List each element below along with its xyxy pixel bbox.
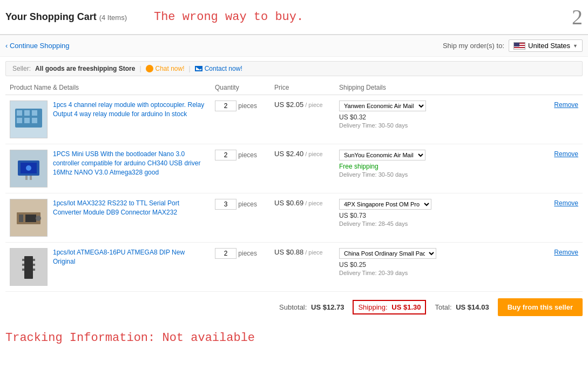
subtotal-value: US $12.73: [311, 303, 344, 311]
product-name-link[interactable]: 1pcs 4 channel relay module with optocou…: [53, 101, 206, 119]
shipping-total-area: Shipping: US $1.30: [353, 300, 426, 314]
quantity-input[interactable]: [215, 199, 236, 210]
pieces-label: pieces: [236, 250, 257, 257]
page-title: Your Shopping Cart (4 Items): [5, 11, 127, 23]
remove-button[interactable]: Remove: [554, 249, 578, 256]
table-row: 1PCS Mini USB With the bootloader Nano 3…: [5, 144, 583, 193]
svg-rect-3: [32, 110, 37, 116]
product-name-link[interactable]: 1PCS Mini USB With the bootloader Nano 3…: [53, 150, 206, 177]
pieces-label: pieces: [236, 200, 257, 208]
delivery-time: Delivery Time: 20-39 days: [339, 270, 545, 276]
svg-rect-18: [33, 259, 35, 261]
price-value: US $2.40: [274, 150, 303, 158]
price-per-label: / piece: [303, 200, 322, 206]
mail-icon: [195, 66, 202, 71]
chat-now-btn[interactable]: Chat now!: [146, 65, 185, 72]
table-row: 1pcs 4 channel relay module with optocou…: [5, 95, 583, 144]
shipping-method-select[interactable]: SunYou Economic Air Mail: [339, 150, 425, 160]
subtotal-area: Subtotal: US $12.73: [279, 303, 344, 311]
shipping-method-select[interactable]: Yanwen Economic Air Mail: [339, 101, 426, 111]
dropdown-arrow-icon: ▼: [573, 43, 578, 49]
product-image: [10, 101, 48, 138]
product-image: [10, 248, 48, 286]
ship-to-label: Ship my order(s) to:: [443, 42, 504, 50]
delivery-time: Delivery Time: 30-50 days: [339, 122, 545, 129]
col-header-product: Product Name & Details: [5, 81, 211, 95]
price-value: US $0.88: [274, 248, 303, 256]
price-per-label: / piece: [303, 102, 322, 108]
chat-icon: [146, 65, 153, 72]
quantity-input[interactable]: [215, 101, 236, 111]
svg-rect-22: [33, 269, 35, 271]
svg-rect-4: [17, 118, 22, 123]
remove-button[interactable]: Remove: [554, 101, 578, 109]
remove-button[interactable]: Remove: [554, 199, 578, 207]
col-header-shipping: Shipping Details: [335, 81, 550, 95]
product-image: [10, 199, 48, 237]
svg-point-9: [26, 165, 31, 171]
shipping-cost: US $0.25: [339, 261, 545, 269]
svg-rect-5: [24, 118, 30, 123]
col-header-quantity: Quantity: [211, 81, 270, 95]
seller-prefix: Seller:: [12, 65, 31, 72]
svg-rect-19: [22, 264, 24, 266]
country-name: United States: [528, 42, 570, 50]
continue-shopping-link[interactable]: ‹ Continue Shopping: [5, 42, 70, 50]
shipping-total-label: Shipping:: [358, 303, 387, 311]
price-per-label: / piece: [303, 249, 322, 256]
svg-rect-16: [24, 256, 33, 279]
grand-total-area: Total: US $14.03: [435, 303, 489, 311]
product-image: [10, 150, 48, 188]
svg-rect-11: [30, 176, 32, 180]
svg-rect-17: [22, 259, 24, 261]
table-row: 1pcs/lot MAX3232 RS232 to TTL Serial Por…: [5, 193, 583, 243]
pieces-label: pieces: [236, 151, 257, 159]
svg-rect-2: [24, 110, 30, 116]
country-selector[interactable]: United States ▼: [509, 39, 583, 52]
svg-rect-6: [32, 118, 37, 123]
shipping-cost: US $0.73: [339, 212, 545, 219]
price-value: US $0.69: [274, 199, 303, 207]
grand-total-label: Total:: [435, 303, 451, 311]
shipping-method-select[interactable]: 4PX Singapore Post OM Pro: [339, 199, 431, 210]
delivery-time: Delivery Time: 30-50 days: [339, 171, 545, 178]
buy-from-seller-button[interactable]: Buy from this seller: [498, 298, 583, 316]
watermark-text: The wrong way to buy.: [154, 10, 572, 24]
delivery-time: Delivery Time: 28-45 days: [339, 220, 545, 227]
svg-rect-1: [17, 110, 22, 116]
price-per-label: / piece: [303, 151, 322, 157]
quantity-input[interactable]: [215, 248, 236, 259]
shipping-cost: US $0.32: [339, 113, 545, 121]
svg-rect-13: [19, 215, 23, 222]
col-header-price: Price: [270, 81, 335, 95]
tracking-watermark: Tracking Information: Not available: [0, 323, 588, 353]
svg-rect-21: [22, 269, 24, 271]
product-name-link[interactable]: 1pcs/lot MAX3232 RS232 to TTL Serial Por…: [53, 199, 206, 217]
page-number: 2: [572, 4, 583, 30]
quantity-input[interactable]: [215, 150, 236, 160]
shipping-cost: Free shipping: [339, 163, 545, 170]
price-value: US $2.05: [274, 101, 303, 109]
svg-rect-10: [25, 176, 28, 180]
svg-point-15: [36, 216, 41, 221]
grand-total-value: US $14.03: [456, 303, 489, 311]
shipping-method-select[interactable]: China Post Ordinary Small Packet: [339, 248, 436, 259]
us-flag-icon: [513, 42, 525, 50]
seller-name: All goods are freeshipping Store: [35, 65, 135, 72]
shipping-total-value: US $1.30: [391, 303, 421, 311]
pieces-label: pieces: [236, 102, 257, 110]
product-name-link[interactable]: 1pcs/lot ATMEGA8-16PU ATMEGA8 DIP New Or…: [53, 248, 206, 266]
subtotal-label: Subtotal:: [279, 303, 307, 311]
contact-now-btn[interactable]: Contact now!: [195, 65, 242, 72]
table-row: 1pcs/lot ATMEGA8-16PU ATMEGA8 DIP New Or…: [5, 243, 583, 292]
svg-rect-20: [33, 264, 35, 266]
svg-rect-14: [25, 215, 36, 222]
remove-button[interactable]: Remove: [554, 150, 578, 158]
